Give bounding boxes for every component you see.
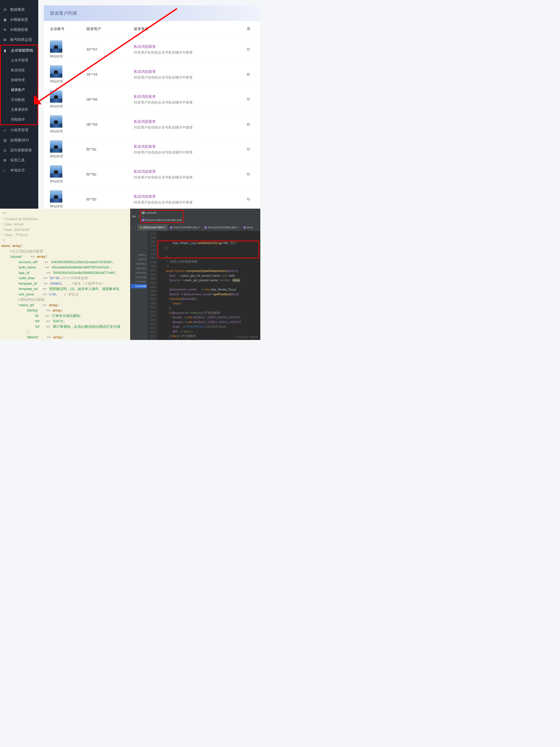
rt-cell: 印 [247, 47, 254, 52]
rt-cell: 印 [247, 147, 254, 152]
source-title: 私信消息留资 [134, 144, 247, 149]
chevron-right-icon: › [34, 169, 35, 172]
account-name: 神仙转世 [50, 79, 86, 83]
account-name: 神仙转世 [50, 179, 86, 183]
leads-table: 企业账号 留资用户 留资来源 耳 神仙转世 45**97 私信消息留资抖音用户在… [44, 21, 260, 209]
table-row[interactable]: 神仙转世 35**44 私信消息留资抖音用户在你的企业号私信聊天中留资 砖 [44, 62, 260, 87]
avatar [50, 40, 62, 53]
panel-title: 留资客户列表 [44, 5, 260, 21]
table-row[interactable]: 神仙转世 45**97 私信消息留资抖音用户在你的企业号私信聊天中留资 印 [44, 37, 260, 62]
table-row[interactable]: 神仙转世 f8**5b 私信消息留资抖音用户在你的企业号私信聊天中留资 印 [44, 162, 260, 187]
table-row[interactable]: 神仙转世 f8**5b 私信消息留资抖音用户在你的企业号私信聊天中留资 印 [44, 137, 260, 162]
th-rt: 耳 [247, 26, 254, 31]
user-id: f8**5b [86, 197, 134, 202]
user-id: f8**5b [86, 147, 134, 152]
source-title: 私信消息留资 [134, 119, 247, 124]
app-icon: ◇ [3, 128, 8, 132]
home-icon: ⌂ [3, 168, 8, 172]
sub-private-msg[interactable]: 私信消息 [1, 65, 37, 75]
sub-enterprise-manage[interactable]: 企业号管理 [1, 55, 37, 65]
dashboard-icon: ◔ [3, 7, 8, 12]
chevron-right-icon: › [34, 28, 35, 31]
source-desc: 抖音用户在你的企业号私信聊天中留资 [134, 75, 247, 80]
source-title: 私信消息留资 [134, 44, 247, 49]
source-title: 私信消息留资 [134, 94, 247, 99]
star-icon: ✲ [3, 28, 8, 32]
th-account: 企业账号 [50, 26, 86, 31]
avatar [50, 165, 62, 178]
chevron-right-icon: › [34, 159, 35, 162]
account-name: 神仙转世 [50, 104, 86, 108]
rt-cell: 印 [247, 172, 254, 177]
avatar [50, 115, 62, 128]
source-desc: 抖音用户在你的企业号私信聊天中留资 [134, 125, 247, 130]
source-title: 私信消息留资 [134, 194, 247, 199]
nav-local-life[interactable]: ⌂本地生活› [0, 165, 38, 175]
rt-cell: 砖 [247, 122, 254, 127]
gear-icon: ✿ [3, 158, 8, 162]
avatar [50, 90, 62, 103]
user-id: f8**5b [86, 172, 134, 177]
account-name: 神仙转世 [50, 54, 86, 58]
user-id: d8**68 [86, 122, 134, 127]
nav-miniprogram[interactable]: ◇小程序管理› [0, 125, 38, 135]
target-icon: ◎ [3, 148, 8, 152]
source-desc: 抖音用户在你的企业号私信聊天中留资 [134, 150, 247, 155]
source-title: 私信消息留资 [134, 69, 247, 74]
user-id: 45**97 [86, 47, 134, 52]
table-row[interactable]: 神仙转世 d8**68 私信消息留资抖音用户在你的企业号私信聊天中留资 砖 [44, 112, 260, 137]
sub-smart-reception[interactable]: 智能接待 [1, 114, 37, 124]
nav-ai-video-expand[interactable]: ✲AI视频拓客› [0, 25, 38, 35]
source-desc: 抖音用户在你的企业号私信聊天中留资 [134, 200, 247, 205]
nav-tools[interactable]: ✿实用工具› [0, 155, 38, 165]
chevron-right-icon: › [34, 18, 35, 21]
chevron-right-icon: › [34, 38, 35, 41]
nav-short-video-seo[interactable]: ▥短视频SEO› [0, 135, 38, 145]
source-desc: 抖音用户在你的企业号私信聊天中留资 [134, 100, 247, 105]
sidebar: ◔数据概览 ▣AI视频创意› ✲AI视频拓客› ✿账号矩阵运营› ▮企业智能营销… [0, 0, 38, 209]
highlight-box: ▮企业智能营销⌄ 企业号管理 私信消息 群聊管理 留资客户 互动数据 文案素材库… [0, 45, 38, 125]
avatar [50, 190, 62, 203]
rt-cell: 砖 [247, 72, 254, 77]
source-desc: 抖音用户在你的企业号私信聊天中留资 [134, 50, 247, 55]
video-icon: ▣ [3, 18, 8, 22]
avatar [50, 65, 62, 78]
th-source: 留资来源 [134, 26, 247, 31]
rt-cell: 印 [247, 97, 254, 102]
gear-icon: ✿ [3, 37, 8, 42]
nav-enterprise-marketing[interactable]: ▮企业智能营销⌄ [1, 45, 37, 55]
account-name: 神仙转世 [50, 154, 86, 158]
chevron-down-icon: ⌄ [32, 49, 34, 52]
nav-target-leads[interactable]: ◎定向智能获客› [0, 145, 38, 155]
user-id: 35**44 [86, 72, 134, 77]
source-title: 私信消息留资 [134, 169, 247, 174]
nav-account-matrix[interactable]: ✿账号矩阵运营› [0, 35, 38, 45]
sub-leads-customer[interactable]: 留资客户 [1, 85, 37, 95]
chevron-right-icon: › [34, 129, 35, 132]
nav-ai-video-idea[interactable]: ▣AI视频创意› [0, 15, 38, 25]
user-id: d8**68 [86, 97, 134, 102]
sub-copy-material[interactable]: 文案素材库 [1, 105, 37, 114]
sub-group-chat[interactable]: 群聊管理 [1, 75, 37, 85]
chevron-right-icon: › [34, 149, 35, 152]
source-desc: 抖音用户在你的企业号私信聊天中留资 [134, 175, 247, 180]
content-area: 留资客户列表 企业账号 留资用户 留资来源 耳 神仙转世 45**97 私信消息… [38, 0, 260, 209]
chevron-right-icon: › [34, 139, 35, 142]
th-user: 留资用户 [86, 26, 134, 31]
rt-cell: 印 [247, 197, 254, 202]
account-name: 神仙转世 [50, 129, 86, 133]
chart-icon: ▮ [4, 48, 9, 53]
table-header: 企业账号 留资用户 留资来源 耳 [44, 21, 260, 37]
sub-interact-data[interactable]: 互动数据 [1, 95, 37, 105]
nav-data-overview[interactable]: ◔数据概览 [0, 5, 38, 15]
account-name: 神仙转世 [50, 204, 86, 208]
avatar [50, 140, 62, 153]
grid-icon: ▥ [3, 138, 8, 143]
table-row[interactable]: 神仙转世 d8**68 私信消息留资抖音用户在你的企业号私信聊天中留资 印 [44, 87, 260, 112]
table-row[interactable]: 神仙转世 f8**5b 私信消息留资抖音用户在你的企业号私信聊天中留资 印 [44, 187, 260, 209]
